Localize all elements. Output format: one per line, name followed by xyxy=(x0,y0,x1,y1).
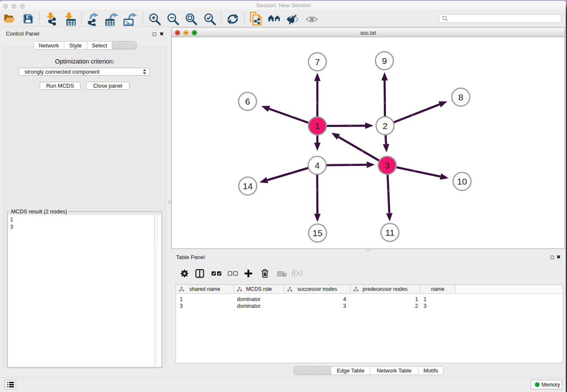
svg-text:3: 3 xyxy=(385,160,390,170)
svg-text:1: 1 xyxy=(315,121,320,131)
svg-text:8: 8 xyxy=(458,92,463,102)
svg-text:11: 11 xyxy=(385,228,395,237)
svg-text:4: 4 xyxy=(315,160,320,170)
svg-text:9: 9 xyxy=(382,56,387,66)
svg-text:14: 14 xyxy=(243,181,253,191)
svg-text:15: 15 xyxy=(313,228,322,238)
svg-text:7: 7 xyxy=(315,57,320,67)
svg-text:6: 6 xyxy=(245,97,250,106)
svg-text:2: 2 xyxy=(383,121,388,131)
svg-text:10: 10 xyxy=(457,177,467,186)
